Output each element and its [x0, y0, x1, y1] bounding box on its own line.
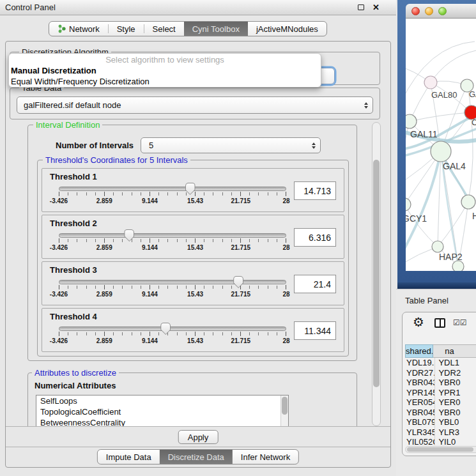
- group-label: Interval Definition: [33, 122, 102, 130]
- table-cell[interactable]: YBR045C: [405, 408, 434, 418]
- tab-style[interactable]: Style: [109, 22, 144, 36]
- columns-icon[interactable]: [434, 318, 445, 328]
- minimize-traffic-light[interactable]: [425, 7, 433, 15]
- table-cell[interactable]: YDL19...: [405, 358, 434, 368]
- threshold-value-field[interactable]: [294, 181, 336, 200]
- tab-label: Cyni Toolbox: [192, 24, 240, 34]
- table-cell[interactable]: YBR0: [434, 378, 476, 388]
- table-cell[interactable]: YBR0: [434, 408, 476, 418]
- table-cell[interactable]: YBL079W: [405, 417, 434, 427]
- tab-discretize-data[interactable]: Discretize Data: [160, 450, 233, 464]
- table-cell[interactable]: YDR2: [434, 368, 476, 378]
- table-row[interactable]: YBR045CYBR0: [405, 408, 476, 418]
- table-row[interactable]: YIL052CYIL0: [405, 437, 476, 445]
- slider-track[interactable]: [59, 233, 286, 238]
- node-gal80[interactable]: [424, 76, 437, 89]
- node-label-gcy1: GCY1: [406, 213, 427, 224]
- table-cell[interactable]: YIL0: [434, 437, 476, 445]
- slider-tick-labels: -3.4262.8599.14415.4321.71528: [59, 291, 286, 300]
- slider-tick-label: 15.43: [187, 337, 203, 344]
- table-cell[interactable]: YER0: [434, 397, 476, 408]
- control-panel-titlebar: Control Panel ✕: [0, 0, 396, 15]
- table-cell[interactable]: YDL1: [434, 358, 476, 368]
- threshold-slider[interactable]: -3.4262.8599.14415.4321.71528: [59, 276, 286, 304]
- dropdown-option[interactable]: Equal Width/Frequency Discretization: [9, 76, 321, 87]
- node-partial-bottom[interactable]: [452, 261, 464, 271]
- slider-track[interactable]: [59, 187, 286, 191]
- node-gal11[interactable]: [406, 114, 417, 128]
- cyni-toolbox-panel: Discretization Algorithm Table Data galF…: [5, 41, 391, 468]
- threshold-value-field[interactable]: [294, 228, 336, 247]
- table-body: YDL19...YDL1YDR27...YDR2YBR043CYBR0YPR14…: [405, 358, 476, 445]
- node-gal4[interactable]: [431, 141, 451, 162]
- table-cell[interactable]: YER054C: [405, 397, 434, 408]
- slider-tick-label: 21.715: [231, 244, 251, 251]
- combobox-value: 5: [141, 141, 312, 150]
- tab-infer-network[interactable]: Infer Network: [233, 450, 298, 464]
- table-row[interactable]: YPR145WYPR1: [405, 388, 476, 398]
- close-traffic-light[interactable]: [411, 7, 420, 15]
- table-row[interactable]: YDR27...YDR2: [405, 368, 476, 378]
- list-scrollbar[interactable]: [280, 395, 288, 426]
- table-cell[interactable]: YPR1: [434, 388, 476, 398]
- tab-label: jActiveMNodules: [256, 24, 318, 34]
- table-data-combobox[interactable]: galFiltered.sif default node: [17, 96, 373, 114]
- tab-jactivemnodules[interactable]: jActiveMNodules: [248, 22, 326, 36]
- table-cell[interactable]: YLR3: [434, 427, 476, 438]
- column-header-shared-name[interactable]: shared...: [405, 344, 433, 358]
- slider-tick-label: 2.859: [96, 337, 112, 344]
- table-cell[interactable]: YDR27...: [405, 368, 434, 378]
- tab-impute-data[interactable]: Impute Data: [98, 450, 160, 464]
- slider-tick-labels: -3.4262.8599.14415.4321.71528: [59, 337, 286, 346]
- slider-track[interactable]: [59, 280, 286, 284]
- dropdown-option[interactable]: Manual Discretization: [9, 65, 321, 76]
- slider-tick-labels: -3.4262.8599.14415.4321.71528: [59, 197, 286, 206]
- apply-button[interactable]: Apply: [178, 430, 219, 444]
- list-item[interactable]: SelfLoops: [36, 395, 288, 406]
- threshold-value-field[interactable]: [294, 275, 336, 293]
- close-icon[interactable]: ✕: [372, 3, 380, 12]
- network-icon: [58, 24, 66, 33]
- table-cell[interactable]: YIL052C: [405, 437, 434, 445]
- node-label-partial-h: H: [472, 211, 476, 221]
- node-partial-h[interactable]: [461, 195, 475, 209]
- tab-cyni-toolbox[interactable]: Cyni Toolbox: [184, 22, 248, 36]
- gear-icon[interactable]: ⚙: [413, 316, 424, 328]
- table-row[interactable]: YER054CYER0: [405, 397, 476, 408]
- table-cell[interactable]: YPR145W: [405, 388, 434, 398]
- list-item[interactable]: TopologicalCoefficient: [36, 406, 288, 417]
- threshold-label: Threshold 3: [50, 265, 97, 275]
- table-cell[interactable]: YBR043C: [405, 378, 434, 388]
- tab-label: Network: [69, 24, 100, 34]
- threshold-slider[interactable]: -3.4262.8599.14415.4321.71528: [59, 229, 286, 257]
- number-of-intervals-combobox[interactable]: 5: [141, 137, 321, 153]
- table-row[interactable]: YLR345WYLR3: [405, 427, 476, 438]
- table-row[interactable]: YBR043CYBR0: [405, 378, 476, 388]
- threshold-slider[interactable]: -3.4262.8599.14415.4321.71528: [59, 323, 286, 351]
- scrollbar-thumb[interactable]: [407, 447, 473, 452]
- panel-scrollbar[interactable]: [372, 122, 381, 426]
- threshold-value-field[interactable]: [294, 321, 336, 340]
- tab-network[interactable]: Network: [49, 22, 108, 36]
- select-columns-icons[interactable]: ☑☑: [453, 318, 467, 327]
- attributes-listbox[interactable]: SelfLoops TopologicalCoefficient Between…: [36, 395, 289, 426]
- list-item[interactable]: BetweennessCentrality: [36, 417, 288, 426]
- node-label-hap2: HAP2: [439, 252, 463, 262]
- zoom-traffic-light[interactable]: [438, 7, 447, 15]
- threshold-slider[interactable]: -3.4262.8599.14415.4321.71528: [59, 183, 286, 211]
- slider-track[interactable]: [59, 326, 286, 331]
- table-horizontal-scrollbar[interactable]: [405, 446, 476, 453]
- slider-major-ticks: [59, 238, 287, 243]
- table-row[interactable]: YDL19...YDL1: [405, 358, 476, 368]
- attributes-group: Attributes to discretize Numerical Attri…: [27, 372, 357, 426]
- float-window-icon[interactable]: [358, 4, 364, 10]
- node-gcy1[interactable]: [406, 198, 411, 211]
- tab-select[interactable]: Select: [144, 22, 184, 36]
- scrollbar-thumb[interactable]: [373, 160, 380, 387]
- network-canvas[interactable]: GAL80 GA C GAL11 GAL4 GCY1 H HAP2: [406, 19, 476, 271]
- node-hap2[interactable]: [432, 241, 443, 252]
- column-header-name[interactable]: na: [433, 344, 476, 358]
- table-cell[interactable]: YLR345W: [405, 427, 434, 438]
- table-cell[interactable]: YBL0: [434, 417, 476, 427]
- table-row[interactable]: YBL079WYBL0: [405, 417, 476, 427]
